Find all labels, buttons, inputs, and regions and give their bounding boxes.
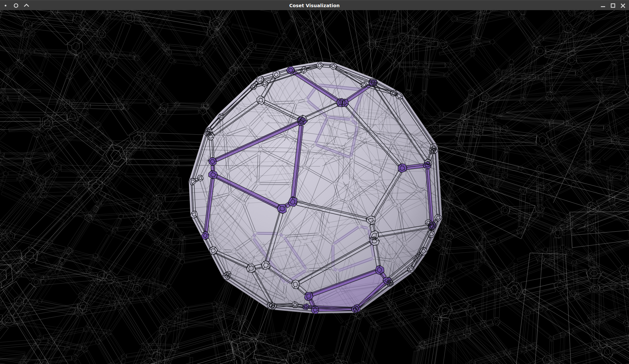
close-button[interactable] [618,0,628,10]
visualization-canvas[interactable] [0,10,629,364]
titlebar[interactable]: Coset Visualization [0,0,629,10]
maximize-button[interactable] [608,0,618,10]
window-controls [598,0,628,10]
minimize-button[interactable] [598,0,608,10]
viewport-container [0,10,629,364]
app-window: Coset Visualization [0,0,629,364]
window-title: Coset Visualization [0,0,629,10]
